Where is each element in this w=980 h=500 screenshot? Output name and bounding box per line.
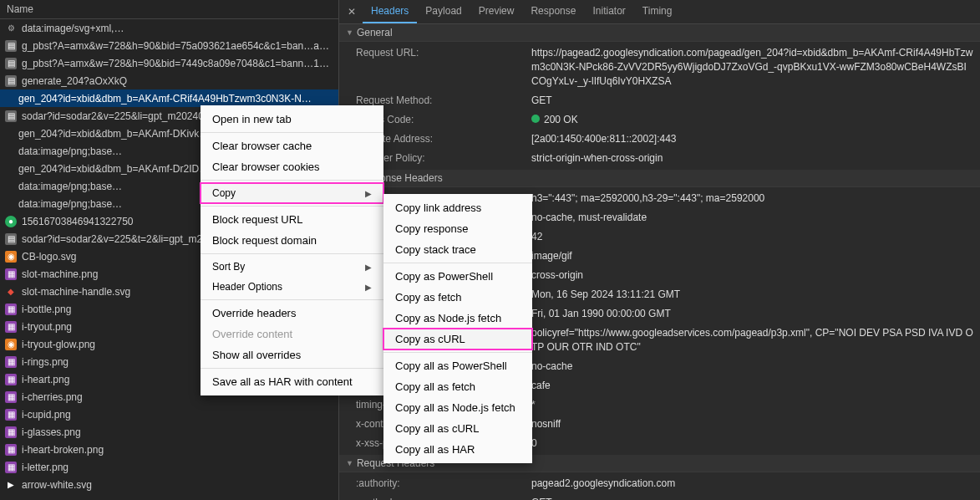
file-type-icon: ▦ xyxy=(5,391,17,403)
header-value: image/gif xyxy=(531,249,973,263)
file-type-icon: ▶ xyxy=(5,479,17,491)
menu-clear-cookies[interactable]: Clear browser cookies xyxy=(201,156,383,177)
submenu-copy-response[interactable]: Copy response xyxy=(383,218,532,239)
header-value: nosniff xyxy=(531,417,973,431)
submenu-copy-fetch[interactable]: Copy as fetch xyxy=(383,287,532,308)
file-type-icon: ▦ xyxy=(5,462,17,473)
header-value: 200 OK xyxy=(531,113,973,127)
header-value: * xyxy=(531,398,973,412)
column-header-name[interactable]: Name xyxy=(0,0,338,19)
request-row[interactable]: gen_204?id=xbid&dbm_b=AKAmf-CRif4A49HbTz… xyxy=(0,89,338,107)
header-value: Mon, 16 Sep 2024 13:11:21 GMT xyxy=(531,288,973,302)
menu-copy[interactable]: Copy▶ xyxy=(201,183,383,203)
file-type-icon: ▤ xyxy=(5,110,17,122)
file-type-icon: ▦ xyxy=(5,356,17,368)
details-tabs: ✕ HeadersPayloadPreviewResponseInitiator… xyxy=(339,0,980,24)
request-name: g_pbst?A=amx&w=728&h=90&bid=75a093621ae6… xyxy=(22,40,333,52)
file-type-icon: ▤ xyxy=(5,75,17,87)
header-row: :authority:pagead2.googlesyndication.com xyxy=(339,474,980,493)
request-row[interactable]: ⚙data:image/svg+xml,… xyxy=(0,19,338,37)
submenu-copy-all-har[interactable]: Copy all as HAR xyxy=(383,439,532,460)
header-value: no-cache, must-revalidate xyxy=(531,211,973,225)
section-title: General xyxy=(357,27,393,38)
menu-open-new-tab[interactable]: Open in new tab xyxy=(201,109,383,130)
file-type-icon: ▦ xyxy=(5,321,17,333)
submenu-copy-all-powershell[interactable]: Copy all as PowerShell xyxy=(383,355,532,376)
tab-payload[interactable]: Payload xyxy=(417,0,470,23)
context-menu: Open in new tab Clear browser cache Clea… xyxy=(201,105,383,395)
request-name: data:image/svg+xml,… xyxy=(22,23,333,34)
submenu-copy-link[interactable]: Copy link address xyxy=(383,197,532,218)
header-row: Request Method:GET xyxy=(339,91,980,110)
submenu-copy-all-fetch[interactable]: Copy all as fetch xyxy=(383,376,532,397)
request-row[interactable]: ▤g_pbst?A=amx&w=728&h=90&bid=75a093621ae… xyxy=(0,37,338,54)
header-key: :method: xyxy=(356,496,531,500)
menu-header-options[interactable]: Header Options▶ xyxy=(201,277,383,297)
menu-override-headers[interactable]: Override headers xyxy=(201,303,383,324)
request-name: gen_204?id=xbid&dbm_b=AKAmf-CRif4A49HbTz… xyxy=(18,93,333,105)
tab-preview[interactable]: Preview xyxy=(470,0,523,23)
menu-sort-by[interactable]: Sort By▶ xyxy=(201,257,383,277)
header-row: Status Code:200 OK xyxy=(339,110,980,130)
request-row[interactable]: ▤g_pbst?A=amx&w=728&h=90&bid=7449c8a09e7… xyxy=(0,54,338,72)
file-type-icon: ▦ xyxy=(5,444,17,456)
submenu-copy-curl[interactable]: Copy as cURL xyxy=(383,329,532,349)
request-row[interactable]: ▦i-heart-broken.png xyxy=(0,441,338,458)
menu-override-content: Override content xyxy=(201,324,383,344)
request-name: g_pbst?A=amx&w=728&h=90&bid=7449c8a09e70… xyxy=(22,58,333,69)
request-row[interactable]: ▦i-glasses.png xyxy=(0,423,338,441)
menu-show-overrides[interactable]: Show all overrides xyxy=(201,344,383,365)
submenu-copy-all-node-fetch[interactable]: Copy all as Node.js fetch xyxy=(383,397,532,418)
file-type-icon: ◉ xyxy=(5,339,17,350)
request-row[interactable]: ▤generate_204?aOxXkQ xyxy=(0,72,338,89)
request-name: i-cupid.png xyxy=(22,409,333,421)
status-dot-icon xyxy=(531,115,540,123)
header-value: strict-origin-when-cross-origin xyxy=(531,151,973,166)
menu-block-url[interactable]: Block request URL xyxy=(201,209,383,230)
tab-initiator[interactable]: Initiator xyxy=(584,0,633,23)
header-value: 0 xyxy=(531,436,973,451)
header-value: cross-origin xyxy=(531,268,973,283)
submenu-copy-powershell[interactable]: Copy as PowerShell xyxy=(383,266,532,287)
request-name: i-heart-broken.png xyxy=(22,444,333,456)
menu-save-har[interactable]: Save all as HAR with content xyxy=(201,371,383,392)
context-submenu-copy: Copy link address Copy response Copy sta… xyxy=(383,194,532,463)
section-general[interactable]: ▼General xyxy=(339,24,980,42)
request-name: i-glasses.png xyxy=(22,426,333,438)
header-value: no-cache xyxy=(531,360,973,374)
request-row[interactable]: ▶arrow-white.svg xyxy=(0,476,338,493)
file-type-icon: ▦ xyxy=(5,409,17,421)
header-value: GET xyxy=(531,496,973,500)
tab-headers[interactable]: Headers xyxy=(363,0,417,23)
file-type-icon: ▦ xyxy=(5,268,17,280)
header-value: pagead2.googlesyndication.com xyxy=(531,477,973,491)
request-name: i-letter.png xyxy=(22,462,333,473)
header-value: https://pagead2.googlesyndication.com/pa… xyxy=(531,46,973,89)
request-row[interactable]: ▦i-cupid.png xyxy=(0,406,338,423)
file-type-icon: ● xyxy=(5,216,17,227)
header-row: Referrer Policy:strict-origin-when-cross… xyxy=(339,149,980,168)
menu-clear-cache[interactable]: Clear browser cache xyxy=(201,135,383,156)
header-value: policyref="https://www.googleadservices.… xyxy=(531,326,973,355)
submenu-copy-node-fetch[interactable]: Copy as Node.js fetch xyxy=(383,308,532,329)
section-response-headers[interactable]: ▼Response Headers xyxy=(339,170,980,187)
header-value: cafe xyxy=(531,379,973,393)
file-type-icon: ▦ xyxy=(5,426,17,438)
submenu-copy-all-curl[interactable]: Copy all as cURL xyxy=(383,418,532,439)
file-type-icon: ▤ xyxy=(5,40,17,52)
file-type-icon: ⚙ xyxy=(5,23,17,34)
header-value: h3=":443"; ma=2592000,h3-29=":443"; ma=2… xyxy=(531,191,973,206)
tab-timing[interactable]: Timing xyxy=(634,0,681,23)
close-icon[interactable]: ✕ xyxy=(343,6,361,18)
header-row: :method:GET xyxy=(339,493,980,500)
file-type-icon: ▦ xyxy=(5,374,17,385)
menu-block-domain[interactable]: Block request domain xyxy=(201,230,383,251)
header-row: Request URL:https://pagead2.googlesyndic… xyxy=(339,43,980,91)
tab-response[interactable]: Response xyxy=(522,0,584,23)
header-key: Request URL: xyxy=(356,46,531,89)
request-row[interactable]: ▦i-letter.png xyxy=(0,458,338,476)
submenu-copy-stack[interactable]: Copy stack trace xyxy=(383,239,532,260)
header-value: [2a00:1450:400e:811::2002]:443 xyxy=(531,132,973,146)
file-type-icon: ▦ xyxy=(5,304,17,315)
header-row: Remote Address:[2a00:1450:400e:811::2002… xyxy=(339,130,980,149)
